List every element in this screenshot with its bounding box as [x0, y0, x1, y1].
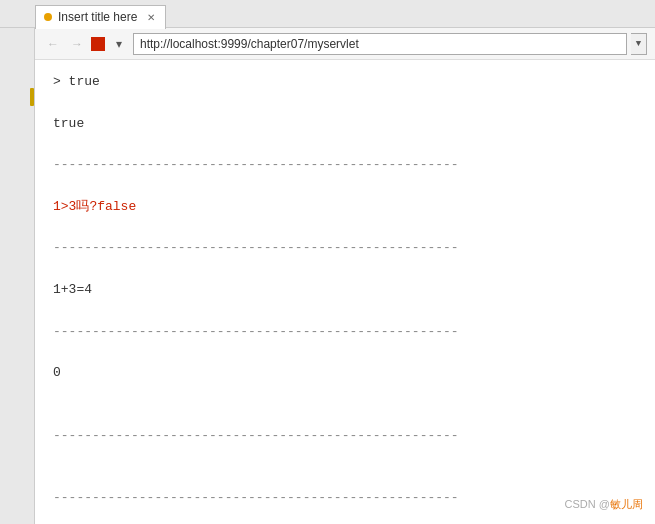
- tab-dot-icon: [44, 13, 52, 21]
- content-line: > true: [53, 72, 637, 93]
- back-button[interactable]: ←: [43, 34, 63, 54]
- toolbar: ← → ▾ ▼: [35, 28, 655, 60]
- sidebar-indicator: [30, 88, 34, 106]
- tab-label: Insert title here: [58, 10, 137, 24]
- address-bar[interactable]: [133, 33, 627, 55]
- main-layout: ← → ▾ ▼ > truetrue----------------------…: [0, 28, 655, 524]
- stop-button[interactable]: [91, 37, 105, 51]
- refresh-button[interactable]: ▾: [109, 34, 129, 54]
- content-line: ----------------------------------------…: [53, 322, 637, 343]
- content-line: ----------------------------------------…: [53, 488, 637, 509]
- content-line: 1+3=4: [53, 280, 637, 301]
- content-line: ----------------------------------------…: [53, 155, 637, 176]
- forward-button[interactable]: →: [67, 34, 87, 54]
- address-dropdown-button[interactable]: ▼: [631, 33, 647, 55]
- content-line: true: [53, 114, 637, 135]
- content-line: 1>3吗?false: [53, 197, 637, 218]
- page-content: > truetrue------------------------------…: [35, 60, 655, 524]
- left-sidebar: [0, 28, 35, 524]
- tab-close-button[interactable]: ✕: [147, 12, 155, 23]
- content-line: ----------------------------------------…: [53, 238, 637, 259]
- browser-tab[interactable]: Insert title here ✕: [35, 5, 166, 29]
- tab-bar: Insert title here ✕: [0, 0, 655, 28]
- content-line: 0: [53, 363, 637, 384]
- content-area: ← → ▾ ▼ > truetrue----------------------…: [35, 28, 655, 524]
- content-line: ----------------------------------------…: [53, 426, 637, 447]
